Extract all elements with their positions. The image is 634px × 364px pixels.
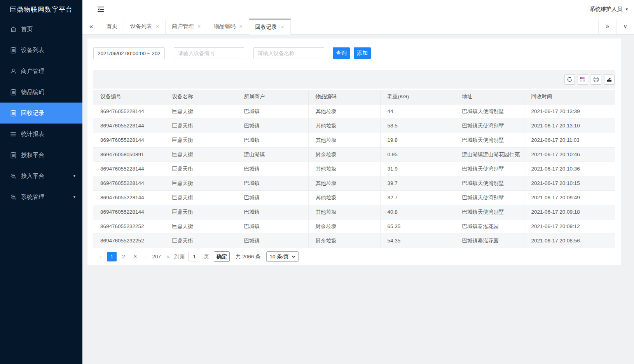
table-row[interactable]: 869476055228144 巨鼎天衡 巴城镇 其他垃圾 44 巴城镇天使湾别… [93,104,615,118]
sidebar-item-auth-platform[interactable]: 授权平台 [0,145,82,165]
cell-recycle-time: 2021-06-17 20:10:15 [524,176,615,190]
tabbar-spacer [291,19,598,34]
date-range-input[interactable] [93,47,165,59]
pager-total-count: 共 2066 条 [236,253,261,260]
cell-merchant: 巴城镇 [237,219,308,233]
cell-recycle-time: 2021-06-17 20:11:03 [524,133,615,147]
pager-page-last[interactable]: 207 [151,252,163,261]
cell-weight: 39.7 [380,176,455,190]
column-header-recycle-time: 回收时间 [524,90,615,104]
user-name: 系统维护人员 [590,6,622,13]
cell-address: 巴城镇泰泓花园 [455,219,524,233]
tab-label: 回收记录 [255,24,277,31]
tabs-menu-icon[interactable]: ∨ [616,19,634,34]
cell-weight: 31.9 [380,162,455,176]
page-size-value: 10 条/页 [270,253,289,260]
cell-merchant: 巴城镇 [237,190,308,205]
chevron-down-icon [292,256,295,258]
column-header-item-code: 物品编码 [308,90,380,104]
close-icon[interactable]: × [239,23,242,30]
tab-home[interactable]: 首页 [100,19,124,34]
sidebar-item-label: 回收记录 [21,110,44,117]
access-platform-icon [10,172,17,179]
cell-device-name: 巨鼎天衡 [165,162,237,176]
refresh-icon[interactable] [564,74,575,85]
cell-item-code: 其他垃圾 [308,133,380,147]
pager-goto-input[interactable] [188,252,200,261]
device-no-input[interactable] [174,47,244,59]
columns-icon[interactable] [578,74,588,85]
query-button[interactable]: 查询 [333,47,350,59]
cell-device-no: 869476055228144 [93,133,165,147]
tab-item-code[interactable]: 物品编码 × [207,19,249,34]
tabs-scroll-right-icon[interactable]: » [598,19,616,34]
table-row[interactable]: 869476055228144 巨鼎天衡 巴城镇 其他垃圾 19.8 巴城镇天使… [93,133,615,147]
cell-merchant: 巴城镇 [237,233,308,248]
pager-confirm-button[interactable]: 确定 [214,251,230,262]
column-header-device-no: 设备编号 [93,90,165,104]
cell-address: 巴城镇天使湾别墅 [455,162,524,176]
pager-page-2[interactable]: 2 [119,252,128,261]
sidebar-item-label: 统计报表 [21,131,44,138]
sidebar-item-label: 首页 [21,26,33,33]
sidebar: 巨鼎物联网数字平台 首页 设备列表 商户管理 物品编码 回收记录 统计报表 授权… [0,0,82,364]
cell-item-code: 厨余垃圾 [308,233,380,248]
tab-label: 物品编码 [213,23,235,30]
print-icon[interactable] [591,74,601,85]
user-menu[interactable]: 系统维护人员 ▼ [590,6,629,13]
cell-weight: 0.95 [380,147,455,162]
pager-page-3[interactable]: 3 [130,252,140,261]
cell-item-code: 其他垃圾 [308,118,380,133]
sidebar-collapse-icon[interactable] [96,5,105,14]
sidebar-item-label: 系统管理 [21,193,44,201]
table-row[interactable]: 869476055228144 巨鼎天衡 巴城镇 其他垃圾 31.9 巴城镇天使… [93,162,615,176]
tab-device-list[interactable]: 设备列表 × [124,19,166,34]
cell-item-code: 其他垃圾 [308,190,380,205]
tab-merchant[interactable]: 商户管理 × [166,19,207,34]
tab-recycle-records[interactable]: 回收记录 × [249,19,291,35]
sidebar-item-reports[interactable]: 统计报表 [0,124,82,145]
sidebar-item-access-platform[interactable]: 接入平台 ▼ [0,165,82,186]
sidebar-item-item-code[interactable]: 物品编码 [0,82,82,103]
cell-merchant: 巴城镇 [237,104,308,118]
close-icon[interactable]: × [156,23,159,30]
system-manage-icon [10,193,17,200]
table-row[interactable]: 869476055228144 巨鼎天衡 巴城镇 其他垃圾 39.7 巴城镇天使… [93,176,615,190]
add-button[interactable]: 添加 [354,47,371,59]
cell-device-no: 869476055228144 [93,118,165,133]
cell-device-name: 巨鼎天衡 [165,104,237,118]
close-icon[interactable]: × [197,23,201,30]
cell-device-name: 巨鼎天衡 [165,118,237,133]
cell-device-name: 巨鼎天衡 [165,205,237,219]
cell-weight: 32.7 [380,190,455,205]
tabs-scroll-left-icon[interactable]: « [82,19,100,34]
sidebar-item-system-manage[interactable]: 系统管理 ▼ [0,186,82,207]
pager-page-unit-label: 页 [204,253,209,260]
table-toolbar [93,70,615,89]
pager-page-1[interactable]: 1 [107,252,117,261]
table-row[interactable]: 869476058050891 巨鼎天衡 淀山湖镇 厨余垃圾 0.95 淀山湖镇… [93,147,615,162]
cell-address: 巴城镇泰泓花园 [455,233,524,248]
sidebar-item-merchant[interactable]: 商户管理 [0,61,82,82]
brand-title: 巨鼎物联网数字平台 [0,0,82,19]
column-header-address: 地址 [455,90,524,104]
cell-address: 淀山湖镇淀山湖花园仁苑 [455,147,524,162]
device-name-input[interactable] [253,47,324,59]
home-icon [10,26,17,33]
export-icon[interactable] [604,74,615,85]
close-icon[interactable]: × [281,24,284,30]
table-row[interactable]: 869476055228144 巨鼎天衡 巴城镇 其他垃圾 40.8 巴城镇天使… [93,205,615,219]
cell-merchant: 淀山湖镇 [237,147,308,162]
cell-device-no: 869476055228144 [93,162,165,176]
table-row[interactable]: 869476055232252 巨鼎天衡 巴城镇 厨余垃圾 54.35 巴城镇泰… [93,233,615,248]
sidebar-item-recycle-records[interactable]: 回收记录 [0,103,82,124]
table-row[interactable]: 869476055232252 巨鼎天衡 巴城镇 厨余垃圾 65.35 巴城镇泰… [93,219,615,233]
table-row[interactable]: 869476055228144 巨鼎天衡 巴城镇 其他垃圾 32.7 巴城镇天使… [93,190,615,205]
sidebar-item-home[interactable]: 首页 [0,19,82,40]
cell-device-name: 巨鼎天衡 [165,233,237,248]
sidebar-item-device-list[interactable]: 设备列表 [0,40,82,61]
pager-prev-icon[interactable]: ‹ [100,253,102,260]
table-row[interactable]: 869476055228144 巨鼎天衡 巴城镇 其他垃圾 58.5 巴城镇天使… [93,118,615,133]
page-size-select[interactable]: 10 条/页 [266,251,299,262]
pager-next-icon[interactable]: › [167,253,169,260]
